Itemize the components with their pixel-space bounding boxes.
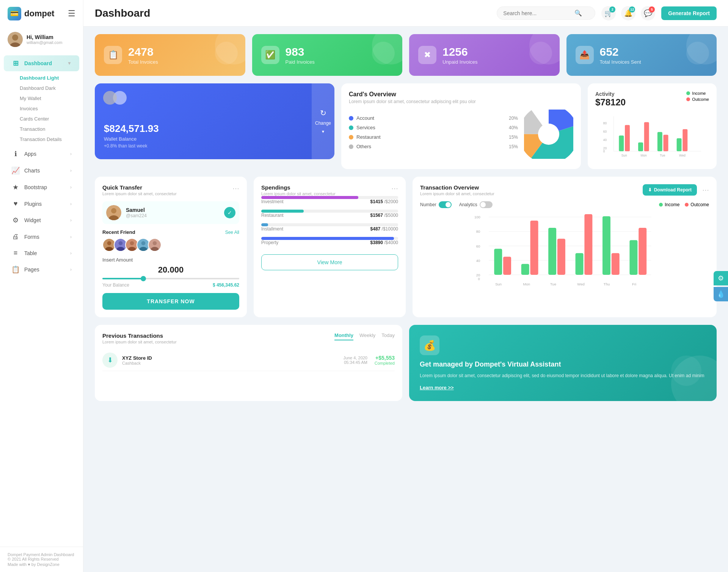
pt-tab-weekly[interactable]: Weekly xyxy=(359,332,375,340)
transfer-now-button[interactable]: TRANSFER NOW xyxy=(102,293,239,310)
svg-text:40: 40 xyxy=(476,259,480,263)
svg-point-37 xyxy=(130,241,134,245)
activity-amount: $78120 xyxy=(595,97,626,108)
chevron-right-icon7: › xyxy=(70,251,72,256)
stat-card-total-invoices: 📋 2478 Total Invoices xyxy=(95,34,245,76)
sidebar-item-dashboard[interactable]: ⊞ Dashboard ▼ xyxy=(4,55,79,71)
generate-report-button[interactable]: Generate Report xyxy=(661,6,717,20)
to-menu-icon[interactable]: ⋯ xyxy=(702,186,709,194)
cards-overview-subtitle: Lorem ipsum dolor sit amet, consectetur … xyxy=(349,99,573,104)
card-circle-left xyxy=(103,91,117,105)
to-subtitle: Lorem ipsum dolor sit amet, consectetur xyxy=(420,191,494,196)
wallet-change-text: +0.8% than last week xyxy=(104,143,325,149)
bg-circle4 xyxy=(372,42,395,64)
footer-made-with: Made with ♥ by DesignZone xyxy=(8,562,75,567)
sidebar-item-widget[interactable]: ⚙ Widget › xyxy=(4,212,79,228)
svg-point-43 xyxy=(153,241,157,245)
sidebar-item-charts[interactable]: 📈 Charts › xyxy=(4,163,79,179)
submenu-transaction[interactable]: Transaction xyxy=(20,124,83,134)
analytics-toggle-switch[interactable] xyxy=(480,201,493,208)
sidebar-item-label-plugins: Plugins xyxy=(24,201,42,207)
submenu-transaction-details[interactable]: Transaction Details xyxy=(20,134,83,144)
submenu-invoices[interactable]: Invoices xyxy=(20,103,83,114)
hamburger-menu[interactable]: ☰ xyxy=(68,9,75,19)
installment-label-row: Installment $487 /$10000 xyxy=(261,226,398,232)
unpaid-invoices-info: 1256 Unpaid Invoices xyxy=(442,45,478,65)
sidebar-item-plugins[interactable]: ♥ Plugins › xyxy=(4,196,79,212)
svg-text:Tue: Tue xyxy=(550,282,556,286)
va-learn-more-link[interactable]: Learn more >> xyxy=(420,385,706,390)
sidebar-item-pages[interactable]: 📋 Pages › xyxy=(4,262,79,277)
svg-rect-17 xyxy=(638,143,643,151)
prev-va-row: Previous Transactions Lorem ipsum dolor … xyxy=(95,325,717,401)
legend-income-to: Income xyxy=(659,202,679,207)
sidebar-item-bootstrap[interactable]: ★ Bootstrap › xyxy=(4,179,79,195)
notifications-button[interactable]: 🔔 12 xyxy=(621,6,635,20)
virtual-assistant-card: 💰 Get managed by Dompet's Virtual Assist… xyxy=(409,325,717,401)
va-icon: 💰 xyxy=(420,335,439,355)
footer-copyright: © 2021 All Rights Reserved xyxy=(8,557,75,561)
svg-rect-62 xyxy=(576,253,584,275)
download-report-button[interactable]: ⬇ Download Report xyxy=(643,184,697,196)
bg-circle8 xyxy=(686,42,709,64)
slider-thumb xyxy=(141,276,146,281)
svg-text:Mon: Mon xyxy=(641,154,647,157)
submenu-dashboard-light[interactable]: Dashboard Light xyxy=(20,73,83,83)
svg-text:0: 0 xyxy=(478,277,480,281)
water-drop-panel-button[interactable]: 💧 xyxy=(714,287,728,301)
co-label-account: Account xyxy=(356,115,374,121)
cart-button[interactable]: 🛒 2 xyxy=(601,6,616,20)
qt-menu-icon[interactable]: ⋯ xyxy=(232,184,239,193)
pt-time-text: 05:34:45 AM xyxy=(343,360,367,365)
slider-bar[interactable] xyxy=(102,278,239,279)
pt-header-text: Previous Transactions Lorem ipsum dolor … xyxy=(102,332,177,344)
co-pct-restaurant: 15% xyxy=(509,135,518,140)
view-more-button[interactable]: View More xyxy=(261,254,398,270)
number-label: Number xyxy=(420,202,436,207)
settings-panel-button[interactable]: ⚙ xyxy=(714,271,728,285)
wallet-balance-label: Wallet Balance xyxy=(104,136,325,142)
chevron-down-icon2: ▾ xyxy=(322,129,324,134)
sidebar-item-label-dashboard: Dashboard xyxy=(24,60,52,66)
pt-subtitle: Lorem ipsum dolor sit amet, consectetur xyxy=(102,340,177,344)
drop-icon: 💧 xyxy=(717,290,725,298)
sidebar-item-table[interactable]: ≡ Table › xyxy=(4,245,79,261)
spendings-menu-icon[interactable]: ⋯ xyxy=(391,184,398,193)
qt-title: Quick Transfer xyxy=(102,184,177,191)
sidebar-item-forms[interactable]: 🖨 Forms › xyxy=(4,229,79,244)
svg-point-1 xyxy=(12,34,18,41)
restaurant-label-row: Restaurant $1567 /$5000 xyxy=(261,213,398,218)
installment-label: Installment xyxy=(261,226,283,232)
pt-header: Previous Transactions Lorem ipsum dolor … xyxy=(102,332,395,344)
outcome-dot xyxy=(686,97,690,101)
pt-item-name: XYZ Store ID xyxy=(122,355,152,361)
co-item-account: Account 20% xyxy=(349,115,518,121)
cards-overview-card: Card's Overview Lorem ipsum dolor sit am… xyxy=(341,83,581,169)
activity-legend: Income Outcome xyxy=(686,91,709,102)
outcome-label-to: Outcome xyxy=(690,202,709,207)
pt-tab-today[interactable]: Today xyxy=(381,332,395,340)
sidebar-item-apps[interactable]: ℹ Apps › xyxy=(4,146,79,162)
svg-text:Sun: Sun xyxy=(621,154,627,157)
svg-text:20: 20 xyxy=(476,273,480,277)
pt-title: Previous Transactions xyxy=(102,332,177,339)
submenu-cards-center[interactable]: Cards Center xyxy=(20,114,83,124)
submenu-my-wallet[interactable]: My Wallet xyxy=(20,93,83,103)
submenu-dashboard-dark[interactable]: Dashboard Dark xyxy=(20,83,83,93)
search-icon: 🔍 xyxy=(574,9,582,17)
total-invoices-icon: 📋 xyxy=(104,46,122,64)
number-toggle-switch[interactable] xyxy=(439,201,452,208)
change-button[interactable]: ↻ Change ▾ xyxy=(312,83,334,159)
see-all-link[interactable]: See All xyxy=(225,230,239,235)
pt-tab-monthly[interactable]: Monthly xyxy=(334,332,353,340)
messages-button[interactable]: 💬 5 xyxy=(641,6,655,20)
co-dot-services xyxy=(349,125,353,130)
qt-header: Quick Transfer Lorem ipsum dolor sit ame… xyxy=(102,184,239,196)
search-input[interactable] xyxy=(503,10,571,16)
table-icon: ≡ xyxy=(11,249,20,257)
svg-text:100: 100 xyxy=(474,215,480,219)
svg-point-40 xyxy=(141,241,146,245)
chevron-down-icon: ▼ xyxy=(67,61,72,66)
svg-text:40: 40 xyxy=(603,138,607,142)
logo-text: dompet xyxy=(24,9,54,19)
